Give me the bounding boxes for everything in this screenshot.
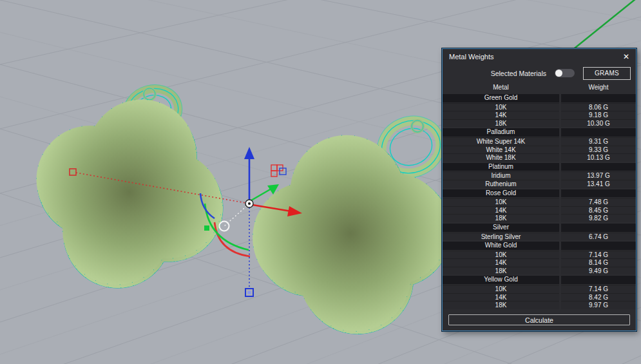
- metal-name: 18K: [443, 214, 559, 222]
- viewport-3d[interactable]: Metal Weights ✕ Selected Materials GRAMS…: [0, 0, 641, 364]
- metal-weight: 7.48 G: [561, 198, 636, 206]
- section-header-row[interactable]: Rose Gold: [443, 189, 636, 198]
- metal-weight: 8.14 G: [561, 258, 636, 267]
- metal-row[interactable]: 10K7.14 G: [443, 251, 636, 259]
- close-icon[interactable]: ✕: [623, 53, 629, 61]
- section-weight-cell: [561, 189, 636, 198]
- section-name: White Gold: [443, 242, 559, 250]
- metal-row[interactable]: 14K8.42 G: [443, 293, 636, 302]
- section-header-row[interactable]: Yellow Gold: [443, 276, 636, 284]
- panel-titlebar: Metal Weights ✕: [443, 49, 636, 64]
- metal-row[interactable]: Iridium13.97 G: [443, 171, 636, 180]
- metal-weight: 10.30 G: [561, 119, 636, 128]
- metal-name: 14K: [443, 111, 559, 119]
- metal-weight: 7.14 G: [561, 285, 636, 293]
- metal-name: 14K: [443, 293, 559, 302]
- metal-weights-panel: Metal Weights ✕ Selected Materials GRAMS…: [442, 48, 636, 331]
- metal-name: 14K: [443, 258, 559, 267]
- toggle-knob: [555, 70, 562, 77]
- metal-table-body: Green Gold10K8.06 G14K9.18 G18K10.30 GPa…: [443, 93, 636, 309]
- panel-title: Metal Weights: [449, 53, 494, 61]
- section-header-row[interactable]: Silver: [443, 224, 636, 232]
- panel-controls: Selected Materials GRAMS: [443, 64, 636, 83]
- section-weight-cell: [561, 224, 636, 232]
- metal-weight: 8.42 G: [561, 293, 636, 302]
- metal-weight: 6.74 G: [561, 233, 636, 241]
- metal-row[interactable]: 18K10.30 G: [443, 119, 636, 128]
- metal-row[interactable]: White 18K10.13 G: [443, 153, 636, 162]
- selected-materials-toggle[interactable]: [555, 69, 575, 77]
- section-weight-cell: [561, 163, 636, 171]
- metal-row[interactable]: 10K7.48 G: [443, 198, 636, 206]
- section-name: Green Gold: [443, 94, 559, 102]
- metal-weight: 8.45 G: [561, 206, 636, 215]
- section-name: Platinum: [443, 163, 559, 171]
- metal-row[interactable]: 18K9.82 G: [443, 214, 636, 222]
- calculate-button[interactable]: Calculate: [448, 314, 630, 325]
- metal-row[interactable]: White Super 14K9.31 G: [443, 137, 636, 146]
- metal-row[interactable]: 10K7.14 G: [443, 285, 636, 293]
- metal-weight: 9.49 G: [561, 267, 636, 275]
- table-column-headers: Metal Weight: [443, 83, 636, 93]
- metal-name: 18K: [443, 119, 559, 128]
- selected-materials-label: Selected Materials: [491, 70, 546, 77]
- metal-weight: 10.13 G: [561, 153, 636, 162]
- metal-name: 10K: [443, 198, 559, 206]
- z-handle-center: [248, 291, 251, 294]
- metal-name: White 14K: [443, 146, 559, 154]
- section-weight-cell: [561, 94, 636, 102]
- metal-name: White Super 14K: [443, 137, 559, 146]
- metal-weight: 9.97 G: [561, 301, 636, 309]
- metal-name: Ruthenium: [443, 180, 559, 188]
- section-header-row[interactable]: Platinum: [443, 163, 636, 171]
- metal-name: 18K: [443, 301, 559, 309]
- metal-weight: 9.33 G: [561, 146, 636, 154]
- z-arrowhead: [244, 147, 254, 159]
- section-name: Palladium: [443, 128, 559, 137]
- section-name: Silver: [443, 224, 559, 232]
- section-weight-cell: [561, 276, 636, 284]
- metal-name: 14K: [443, 206, 559, 215]
- metal-weight: 7.14 G: [561, 251, 636, 259]
- y-axis-arrow[interactable]: [251, 189, 271, 200]
- units-button[interactable]: GRAMS: [583, 67, 631, 80]
- section-weight-cell: [561, 242, 636, 250]
- metal-name: 10K: [443, 103, 559, 111]
- metal-name: Sterling Silver: [443, 233, 559, 241]
- section-name: Rose Gold: [443, 189, 559, 198]
- metal-column-header: Metal: [443, 84, 559, 92]
- section-header-row[interactable]: Palladium: [443, 128, 636, 137]
- gumball-origin-dot: [248, 202, 251, 205]
- metal-weight: 13.97 G: [561, 171, 636, 180]
- metal-row[interactable]: White 14K9.33 G: [443, 146, 636, 154]
- metal-row[interactable]: 10K8.06 G: [443, 103, 636, 111]
- metal-row[interactable]: 14K8.14 G: [443, 258, 636, 267]
- metal-name: Iridium: [443, 171, 559, 180]
- section-header-row[interactable]: Green Gold: [443, 94, 636, 102]
- metal-weight: 9.82 G: [561, 214, 636, 222]
- section-header-row[interactable]: White Gold: [443, 242, 636, 250]
- metal-row[interactable]: Ruthenium13.41 G: [443, 180, 636, 188]
- section-weight-cell: [561, 128, 636, 137]
- metal-weight: 8.06 G: [561, 103, 636, 111]
- metal-name: 18K: [443, 267, 559, 275]
- metal-weight: 13.41 G: [561, 180, 636, 188]
- metal-row[interactable]: 14K9.18 G: [443, 111, 636, 119]
- metal-row[interactable]: 14K8.45 G: [443, 206, 636, 215]
- right-earring-model[interactable]: [243, 107, 461, 344]
- section-name: Yellow Gold: [443, 276, 559, 284]
- metal-weight: 9.18 G: [561, 111, 636, 119]
- metal-row[interactable]: 18K9.49 G: [443, 267, 636, 275]
- metal-row[interactable]: 18K9.97 G: [443, 301, 636, 309]
- metal-weight: 9.31 G: [561, 137, 636, 146]
- rotate-handle-circle[interactable]: [220, 222, 229, 231]
- scale-y-handle[interactable]: [204, 225, 209, 231]
- metal-row[interactable]: Sterling Silver6.74 G: [443, 233, 636, 241]
- metal-name: 10K: [443, 285, 559, 293]
- metal-name: 10K: [443, 251, 559, 259]
- weight-column-header: Weight: [561, 84, 636, 92]
- metal-name: White 18K: [443, 153, 559, 162]
